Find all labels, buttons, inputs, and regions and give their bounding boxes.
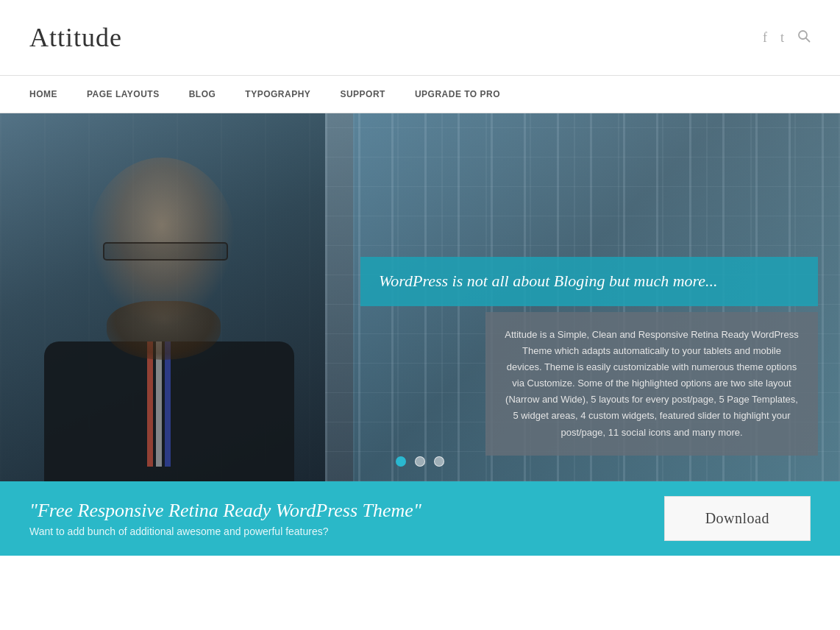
header-icons: f t	[763, 29, 811, 46]
hero-person-area	[0, 113, 353, 481]
slide-title: WordPress is not all about Bloging but m…	[379, 270, 800, 293]
main-nav: HOME PAGE LAYOUTS BLOG TYPOGRAPHY SUPPOR…	[0, 76, 840, 113]
slider-dot-3[interactable]	[434, 456, 444, 467]
banner-title: "Free Responsive Retina Ready WordPress …	[29, 500, 664, 522]
hero-slider: WordPress is not all about Bloging but m…	[0, 113, 840, 481]
nav-item-typography[interactable]: TYPOGRAPHY	[230, 76, 325, 113]
slider-dot-2[interactable]	[415, 456, 425, 467]
slide-desc-box: Attitude is a Simple, Clean and Responsi…	[485, 312, 818, 456]
facebook-icon[interactable]: f	[763, 30, 767, 46]
slide-title-box: WordPress is not all about Bloging but m…	[360, 257, 818, 306]
slider-dot-1[interactable]	[396, 456, 406, 467]
site-title: Attitude	[29, 22, 122, 53]
banner-subtitle: Want to add bunch of additional awesome …	[29, 525, 664, 537]
search-icon[interactable]	[797, 29, 811, 46]
nav-item-home[interactable]: HOME	[29, 76, 72, 113]
nav-item-blog[interactable]: BLOG	[174, 76, 231, 113]
svg-line-1	[806, 38, 810, 41]
download-button[interactable]: Download	[664, 496, 811, 541]
nav-item-page-layouts[interactable]: PAGE LAYOUTS	[72, 76, 174, 113]
footer-banner: "Free Responsive Retina Ready WordPress …	[0, 481, 840, 556]
slide-description: Attitude is a Simple, Clean and Responsi…	[504, 327, 800, 441]
nav-item-support[interactable]: SUPPORT	[325, 76, 400, 113]
site-header: Attitude f t	[0, 0, 840, 76]
nav-item-upgrade[interactable]: UPGRADE TO PRO	[400, 76, 515, 113]
slider-dots	[396, 456, 444, 467]
twitter-icon[interactable]: t	[780, 30, 784, 46]
banner-text-group: "Free Responsive Retina Ready WordPress …	[29, 500, 664, 537]
